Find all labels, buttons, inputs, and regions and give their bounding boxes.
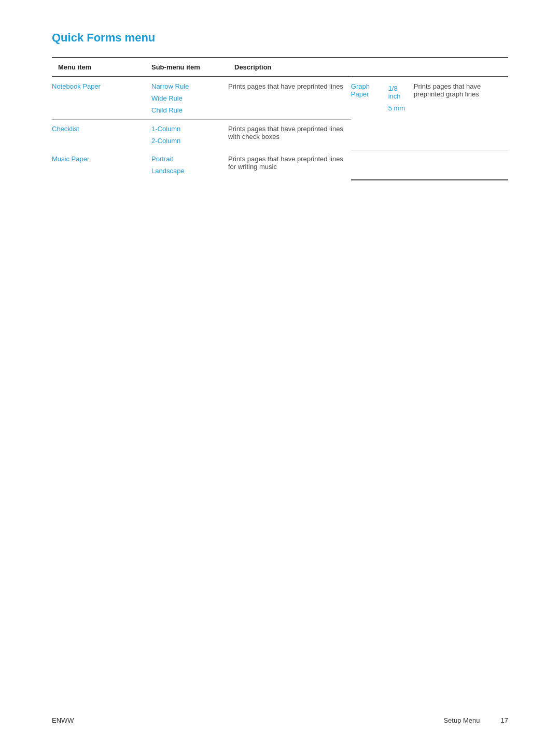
submenu-item: 5 mm bbox=[382, 102, 414, 117]
header-description: Description bbox=[228, 58, 351, 77]
menu-item-cell: Graph Paper bbox=[351, 77, 382, 120]
description-cell: Prints pages that have preprinted lines … bbox=[228, 150, 351, 180]
description-cell: Prints pages that have preprinted lines bbox=[228, 77, 351, 119]
menu-item-cell: Music Paper bbox=[52, 150, 145, 180]
header-sub-menu-item: Sub-menu item bbox=[145, 58, 228, 77]
description-cell: Prints pages that have preprinted graph … bbox=[414, 77, 508, 120]
footer-enww: ENWW bbox=[52, 716, 74, 724]
footer-page-number: 17 bbox=[501, 716, 508, 724]
menu-item-cell: Checklist bbox=[52, 120, 145, 150]
menu-item-cell: Notebook Paper bbox=[52, 77, 145, 119]
submenu-item: Narrow Rule bbox=[145, 77, 228, 92]
submenu-item: Child Rule bbox=[145, 104, 228, 119]
submenu-container: PortraitLandscape bbox=[145, 150, 228, 180]
table-header-row: Menu item Sub-menu item Description bbox=[52, 58, 508, 77]
quick-forms-table: Menu item Sub-menu item Description Note… bbox=[52, 57, 508, 180]
submenu-container: 1-Column2-Column bbox=[145, 120, 228, 150]
submenu-item: Landscape bbox=[145, 165, 228, 180]
submenu-item: Wide Rule bbox=[145, 92, 228, 104]
page-content: Quick Forms menu Menu item Sub-menu item… bbox=[0, 0, 560, 222]
submenu-item: 1/8 inch bbox=[382, 79, 414, 102]
submenu-container: Narrow RuleWide RuleChild Rule bbox=[145, 77, 228, 119]
submenu-container: 1/8 inch5 mm bbox=[382, 77, 414, 120]
page-footer: ENWW Setup Menu 17 bbox=[52, 716, 508, 724]
footer-right: Setup Menu 17 bbox=[443, 716, 508, 724]
header-menu-item: Menu item bbox=[52, 58, 145, 77]
description-cell: Prints pages that have preprinted lines … bbox=[228, 120, 351, 150]
submenu-item: 2-Column bbox=[145, 135, 228, 150]
footer-section-label: Setup Menu bbox=[443, 716, 480, 724]
page-title: Quick Forms menu bbox=[52, 31, 508, 45]
submenu-item: 1-Column bbox=[145, 120, 228, 135]
submenu-item: Portrait bbox=[145, 150, 228, 165]
